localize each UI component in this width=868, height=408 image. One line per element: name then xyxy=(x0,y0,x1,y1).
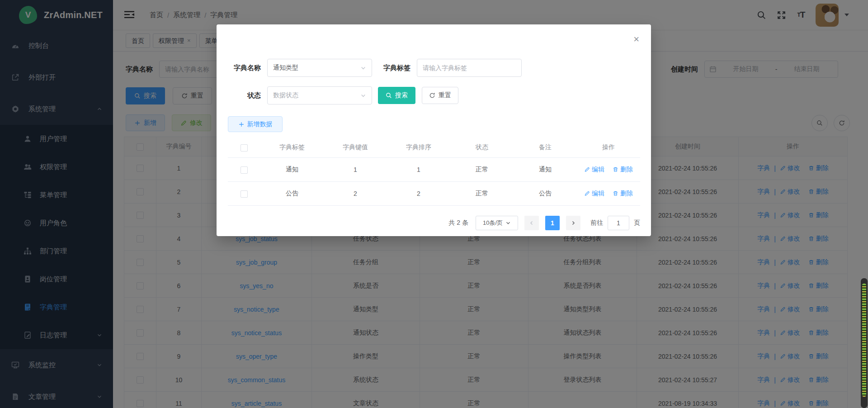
modal-dict-name-select[interactable]: 通知类型 xyxy=(267,59,372,77)
close-icon[interactable]: × xyxy=(633,34,639,44)
row-checkbox[interactable] xyxy=(241,166,248,174)
goto-page-input[interactable] xyxy=(608,216,629,230)
modal-reset-label: 重置 xyxy=(439,91,451,100)
edit-link[interactable]: 编辑 xyxy=(584,190,604,198)
column-header: 字典键值 xyxy=(324,138,387,158)
scrollbar-thumb[interactable] xyxy=(862,284,866,397)
delete-link[interactable]: 删除 xyxy=(613,166,633,174)
page-scrollbar xyxy=(861,278,868,408)
pagination: 共 2 条 10条/页 1 前往 页 xyxy=(217,216,640,230)
modal-search-button[interactable]: 搜索 xyxy=(378,87,415,104)
dict-label-cell: 公告 xyxy=(260,182,324,206)
modal-status-select[interactable]: 数据状态 xyxy=(267,86,372,104)
column-header: 备注 xyxy=(514,138,577,158)
modal-dict-name-label: 字典名称 xyxy=(229,64,261,72)
column-header: 操作 xyxy=(577,138,640,158)
column-header: 字典标签 xyxy=(260,138,324,158)
modal-search-label: 搜索 xyxy=(395,91,408,100)
remark-cell: 通知 xyxy=(514,158,577,182)
table-row: 公告22正常公告编辑删除 xyxy=(228,182,640,206)
modal-status-label: 状态 xyxy=(229,91,261,100)
select-all-checkbox[interactable] xyxy=(241,144,248,152)
prev-page-button[interactable] xyxy=(524,216,539,230)
chevron-down-icon xyxy=(505,220,511,226)
current-page-button[interactable]: 1 xyxy=(545,216,560,230)
select-placeholder: 数据状态 xyxy=(273,91,360,100)
modal-filter-row-1: 字典名称 通知类型 字典标签 xyxy=(229,59,651,77)
column-header: 状态 xyxy=(450,138,514,158)
page-size-value: 10条/页 xyxy=(483,219,503,227)
goto-unit-label: 页 xyxy=(634,219,640,227)
edit-link[interactable]: 编辑 xyxy=(584,166,604,174)
dict-sort-cell: 2 xyxy=(387,182,450,206)
dict-data-modal: × 字典名称 通知类型 字典标签 状态 数据状态 搜索 xyxy=(217,24,651,236)
table-row: 通知11正常通知编辑删除 xyxy=(228,158,640,182)
page-size-select[interactable]: 10条/页 xyxy=(476,216,518,230)
add-data-label: 新增数据 xyxy=(247,120,273,128)
remark-cell: 公告 xyxy=(514,182,577,206)
pagination-total: 共 2 条 xyxy=(448,219,468,227)
modal-dict-tag-input[interactable] xyxy=(417,59,522,77)
app-root: V ZrAdmin.NET 控制台 外部打开 系统管理 xyxy=(0,0,868,408)
row-checkbox[interactable] xyxy=(241,190,248,198)
chevron-down-icon xyxy=(360,93,366,99)
dict-value-cell: 1 xyxy=(324,158,387,182)
dict-value-cell: 2 xyxy=(324,182,387,206)
modal-reset-button[interactable]: 重置 xyxy=(422,87,458,104)
add-data-button[interactable]: 新增数据 xyxy=(228,116,283,132)
status-cell: 正常 xyxy=(450,158,514,182)
delete-link[interactable]: 删除 xyxy=(613,190,633,198)
status-cell: 正常 xyxy=(450,182,514,206)
selected-value: 通知类型 xyxy=(273,64,360,72)
chevron-down-icon xyxy=(360,65,366,71)
dict-sort-cell: 1 xyxy=(387,158,450,182)
goto-label: 前往 xyxy=(590,219,603,227)
modal-dict-tag-label: 字典标签 xyxy=(377,64,410,72)
dict-label-cell: 通知 xyxy=(260,158,324,182)
table-header-row: 字典标签 字典键值 字典排序 状态 备注 操作 xyxy=(228,138,640,158)
dict-data-table: 字典标签 字典键值 字典排序 状态 备注 操作 通知11正常通知编辑删除公告22… xyxy=(228,138,640,206)
modal-filter-row-2: 状态 数据状态 搜索 重置 xyxy=(229,86,651,104)
column-header: 字典排序 xyxy=(387,138,450,158)
next-page-button[interactable] xyxy=(566,216,580,230)
